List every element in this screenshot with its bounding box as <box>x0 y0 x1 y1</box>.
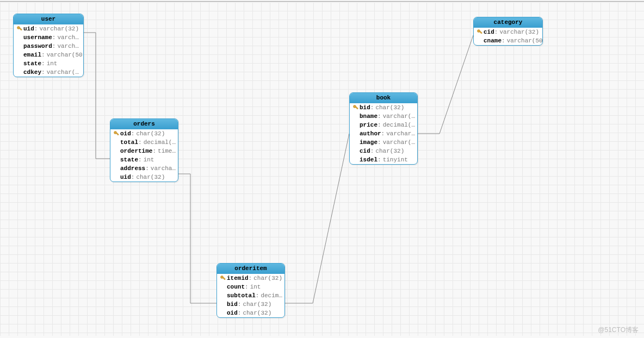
column-name: cdkey <box>23 69 41 76</box>
column-row[interactable]: bid: char(32) <box>350 103 417 112</box>
column-name: uid <box>23 26 34 32</box>
column-row[interactable]: cid: char(32) <box>350 147 417 155</box>
colon: : <box>138 139 142 146</box>
colon: : <box>41 69 45 76</box>
column-row[interactable]: author: varchar… <box>350 129 417 138</box>
column-type: decimal(… <box>144 139 176 146</box>
svg-rect-3 <box>116 133 119 135</box>
column-name: cid <box>484 29 494 35</box>
column-type: char(32) <box>375 148 404 154</box>
column-row[interactable]: bname: varchar(… <box>350 112 417 121</box>
column-row[interactable]: isdel: tinyint <box>350 155 417 164</box>
column-type: char(32) <box>375 104 404 111</box>
column-name: ordertime <box>120 148 152 154</box>
colon: : <box>131 174 135 180</box>
colon: : <box>370 104 374 111</box>
table-book[interactable]: bookbid: char(32)bname: varchar(…price: … <box>349 92 418 165</box>
table-header-orderitem[interactable]: orderitem <box>217 264 284 274</box>
colon: : <box>52 34 56 41</box>
column-row[interactable]: oid: char(32) <box>217 309 284 317</box>
canvas-grid <box>0 2 644 336</box>
column-row[interactable]: password: varch… <box>14 42 83 51</box>
column-name: state <box>23 60 41 67</box>
colon: : <box>152 148 156 154</box>
colon: : <box>377 122 381 128</box>
table-header-orders[interactable]: orders <box>110 119 178 129</box>
column-type: int <box>250 284 261 290</box>
column-row[interactable]: total: decimal(… <box>110 138 178 147</box>
column-row[interactable]: uid: char(32) <box>110 173 178 181</box>
colon: : <box>501 37 505 44</box>
colon: : <box>256 292 259 299</box>
column-name: oid <box>120 130 131 137</box>
column-row[interactable]: email: varchar(50) <box>14 51 83 59</box>
column-row[interactable]: cname: varchar(50) <box>474 36 542 45</box>
colon: : <box>52 43 56 49</box>
table-header-user[interactable]: user <box>14 14 83 24</box>
column-type: int <box>47 60 58 67</box>
svg-rect-5 <box>223 277 226 280</box>
column-row[interactable]: image: varchar(… <box>350 138 417 147</box>
column-row[interactable]: subtotal: decim… <box>217 291 284 300</box>
column-row[interactable]: bid: char(32) <box>217 300 284 309</box>
column-type: varchar(50) <box>47 52 84 58</box>
column-name: cname <box>484 37 501 44</box>
column-type: decimal(… <box>383 122 415 128</box>
column-type: varchar(… <box>47 69 79 76</box>
table-user[interactable]: useruid: varchar(32)username: varch…pass… <box>13 14 84 77</box>
column-row[interactable]: username: varch… <box>14 33 83 42</box>
column-type: varchar(32) <box>39 26 79 32</box>
colon: : <box>245 284 249 290</box>
column-row[interactable]: oid: char(32) <box>110 129 178 138</box>
column-name: uid <box>120 174 131 180</box>
column-type: varchar… <box>386 130 415 137</box>
column-name: count <box>227 284 245 290</box>
colon: : <box>494 29 498 35</box>
column-row[interactable]: state: int <box>14 59 83 68</box>
column-name: bid <box>360 104 370 111</box>
column-name: total <box>120 139 138 146</box>
column-row[interactable]: address: varcha… <box>110 164 178 173</box>
column-type: time… <box>158 148 176 154</box>
colon: : <box>381 130 385 137</box>
column-type: varchar(… <box>383 139 415 146</box>
key-icon <box>219 275 227 281</box>
column-type: varchar(50) <box>507 37 543 44</box>
column-name: address <box>120 165 145 172</box>
colon: : <box>131 130 135 137</box>
table-orderitem[interactable]: orderitemitemid: char(32)count: intsubto… <box>216 263 285 318</box>
column-row[interactable]: state: int <box>110 155 178 164</box>
column-name: email <box>23 52 41 58</box>
column-row[interactable]: itemid: char(32) <box>217 274 284 283</box>
column-name: cid <box>360 148 370 154</box>
column-row[interactable]: cdkey: varchar(… <box>14 68 83 77</box>
column-name: subtotal <box>227 292 256 299</box>
column-row[interactable]: ordertime: time… <box>110 147 178 155</box>
column-name: password <box>23 43 52 49</box>
column-name: oid <box>227 310 238 316</box>
column-name: author <box>360 130 381 137</box>
svg-rect-9 <box>480 31 482 34</box>
table-category[interactable]: categorycid: varchar(32)cname: varchar(5… <box>473 17 543 46</box>
column-row[interactable]: cid: varchar(32) <box>474 28 542 36</box>
svg-rect-7 <box>356 107 358 109</box>
column-name: username <box>23 34 52 41</box>
column-type: char(32) <box>253 275 282 281</box>
column-type: char(32) <box>136 174 165 180</box>
table-header-category[interactable]: category <box>474 17 542 28</box>
colon: : <box>377 113 381 120</box>
colon: : <box>238 310 242 316</box>
column-type: varch… <box>57 34 79 41</box>
column-type: tinyint <box>383 157 408 163</box>
table-orders[interactable]: ordersoid: char(32)total: decimal(…order… <box>110 118 178 182</box>
table-header-book[interactable]: book <box>350 93 417 103</box>
column-row[interactable]: count: int <box>217 283 284 291</box>
column-row[interactable]: uid: varchar(32) <box>14 24 83 33</box>
column-name: image <box>360 139 377 146</box>
column-row[interactable]: price: decimal(… <box>350 121 417 129</box>
colon: : <box>138 157 142 163</box>
watermark: @51CTO博客 <box>598 326 639 335</box>
column-name: bid <box>227 301 238 308</box>
column-name: state <box>120 157 138 163</box>
column-type: varchar(… <box>383 113 415 120</box>
